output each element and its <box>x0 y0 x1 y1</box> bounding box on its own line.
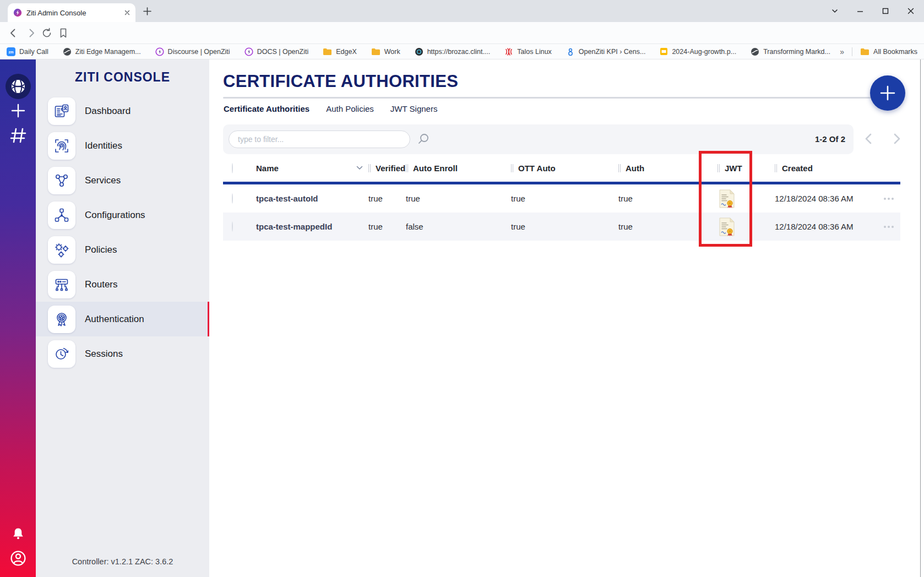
bookmark-daily-call[interactable]: zm Daily Call <box>7 47 48 56</box>
openziti-icon <box>244 47 253 56</box>
bookmark-ribbon-icon[interactable] <box>57 27 69 39</box>
auto-enroll-cell: false <box>406 222 511 231</box>
row-checkbox[interactable] <box>232 221 233 232</box>
window-close-button[interactable] <box>906 7 915 15</box>
sidebar-item-authentication[interactable]: Authentication <box>36 302 209 336</box>
globe-icon <box>751 47 759 56</box>
ott-auto-cell: true <box>511 222 618 231</box>
row-menu-ellipsis-icon[interactable] <box>884 198 900 200</box>
tab-close-icon[interactable] <box>123 9 131 17</box>
bookmark-ziti-edge[interactable]: Ziti Edge Managem... <box>63 47 141 56</box>
column-header-name[interactable]: Name <box>256 164 368 173</box>
pagination-count: 1-2 Of 2 <box>815 134 845 144</box>
svg-text:zm: zm <box>8 50 13 54</box>
globe-icon <box>63 47 72 56</box>
table-header-row: Name Verified Auto Enroll OTT Auto Auth … <box>223 154 900 182</box>
back-icon[interactable] <box>7 27 19 39</box>
bookmark-transforming-markdown[interactable]: Transforming Markd... <box>751 47 830 56</box>
jwt-certificate-icon[interactable] <box>718 217 775 237</box>
window-minimize-button[interactable] <box>856 7 865 15</box>
zoom-app-icon: zm <box>7 47 15 56</box>
main-content: CERTIFICATE AUTHORITIES Certificate Auth… <box>209 59 924 577</box>
folder-icon <box>323 48 332 56</box>
sidebar-item-routers[interactable]: Routers <box>36 267 209 302</box>
browser-titlebar: Ziti Admin Console <box>0 0 924 22</box>
sidebar-item-sessions[interactable]: Sessions <box>36 336 209 371</box>
bookmark-brozac[interactable]: https://brozac.clint.... <box>415 47 491 56</box>
column-header-auth[interactable]: Auth <box>618 164 718 173</box>
profile-icon[interactable] <box>0 549 36 567</box>
router-icon <box>48 271 75 298</box>
row-checkbox[interactable] <box>232 193 233 204</box>
notifications-bell-icon[interactable] <box>0 526 36 542</box>
scrollbar-edge <box>920 59 921 577</box>
section-tabs: Certificate Authorities Auth Policies JW… <box>224 104 437 113</box>
row-menu-ellipsis-icon[interactable] <box>884 226 900 228</box>
site-icon <box>415 47 423 56</box>
sort-chevron-icon[interactable] <box>356 166 363 170</box>
tab-search-chevron-icon[interactable] <box>830 7 839 15</box>
select-all-checkbox[interactable] <box>232 163 233 173</box>
column-header-ott-auto[interactable]: OTT Auto <box>511 164 618 173</box>
sidebar-item-policies[interactable]: Policies <box>36 232 209 267</box>
sidebar-item-services[interactable]: Services <box>36 163 209 198</box>
bookmark-folder-work[interactable]: Work <box>371 48 400 56</box>
column-header-verified[interactable]: Verified <box>368 164 406 173</box>
verified-cell: true <box>368 194 406 203</box>
bookmark-openziti-kpi[interactable]: OpenZiti KPI › Cens... <box>566 47 646 56</box>
reload-icon[interactable] <box>41 27 53 39</box>
add-certificate-authority-button[interactable] <box>870 75 905 111</box>
certificate-authorities-table: Name Verified Auto Enroll OTT Auto Auth … <box>223 154 900 241</box>
all-bookmarks-button[interactable]: All Bookmarks <box>860 48 917 56</box>
plus-icon <box>878 84 897 102</box>
bookmarks-overflow-chevrons[interactable]: » <box>840 47 844 56</box>
browser-tab[interactable]: Ziti Admin Console <box>8 3 135 22</box>
table-row[interactable]: tpca-test-mappedId true false true true … <box>223 213 900 241</box>
services-network-icon <box>48 167 75 194</box>
tab-certificate-authorities[interactable]: Certificate Authorities <box>224 104 309 113</box>
search-icon[interactable] <box>417 133 430 146</box>
tab-jwt-signers[interactable]: JWT Signers <box>390 104 438 113</box>
app-rail <box>0 59 36 577</box>
bookmark-discourse-openziti[interactable]: Discourse | OpenZiti <box>155 47 230 56</box>
new-tab-button[interactable] <box>142 6 153 17</box>
version-footer: Controller: v1.2.1 ZAC: 3.6.2 <box>36 557 209 566</box>
ott-auto-cell: true <box>511 194 618 203</box>
dashboard-icon <box>48 97 75 125</box>
bookmark-docs-openziti[interactable]: DOCS | OpenZiti <box>244 47 309 56</box>
column-header-auto-enroll[interactable]: Auto Enroll <box>406 164 511 173</box>
app-brand-title: ZITI CONSOLE <box>36 70 209 85</box>
table-row[interactable]: tpca-test-autoId true true true true 12/… <box>223 184 900 213</box>
rail-add-icon[interactable] <box>0 102 36 119</box>
jwt-certificate-icon[interactable] <box>718 189 775 209</box>
forward-icon[interactable] <box>25 27 37 39</box>
sidebar-item-identities[interactable]: Identities <box>36 128 209 163</box>
filter-toolbar: 1-2 Of 2 <box>223 124 854 154</box>
column-header-jwt[interactable]: JWT <box>718 164 775 173</box>
bookmark-talos-linux[interactable]: Talos Linux <box>504 47 552 56</box>
pagination-next-icon[interactable] <box>889 132 904 146</box>
browser-toolbar: https://ctrl.cdaws.clint.demo.openziti.o… <box>0 22 924 44</box>
tab-auth-policies[interactable]: Auth Policies <box>326 104 374 113</box>
filter-input[interactable] <box>229 130 410 148</box>
ca-name-cell[interactable]: tpca-test-autoId <box>256 194 368 203</box>
page-title: CERTIFICATE AUTHORITIES <box>223 72 458 91</box>
sidebar: ZITI CONSOLE Dashboard Identities Servic… <box>36 59 209 577</box>
auth-badge-icon <box>48 306 75 333</box>
ca-name-cell[interactable]: tpca-test-mappedId <box>256 222 368 231</box>
bookmarks-divider <box>852 47 852 56</box>
window-maximize-button[interactable] <box>881 7 890 15</box>
column-header-created[interactable]: Created <box>775 164 884 173</box>
folder-icon <box>860 48 869 56</box>
rail-hash-icon[interactable] <box>0 127 36 144</box>
created-cell: 12/18/2024 08:36 AM <box>775 222 884 231</box>
ziti-logo-icon[interactable] <box>0 74 36 99</box>
pagination-prev-icon[interactable] <box>862 132 876 146</box>
auth-cell: true <box>618 222 718 231</box>
sidebar-item-dashboard[interactable]: Dashboard <box>36 94 209 128</box>
sessions-clock-icon <box>48 340 75 368</box>
sidebar-item-configurations[interactable]: Configurations <box>36 198 209 232</box>
bookmark-2024-aug-growth[interactable]: 2024-Aug-growth.p... <box>660 47 736 56</box>
ziti-favicon <box>13 8 22 17</box>
bookmark-folder-edgex[interactable]: EdgeX <box>323 48 357 56</box>
